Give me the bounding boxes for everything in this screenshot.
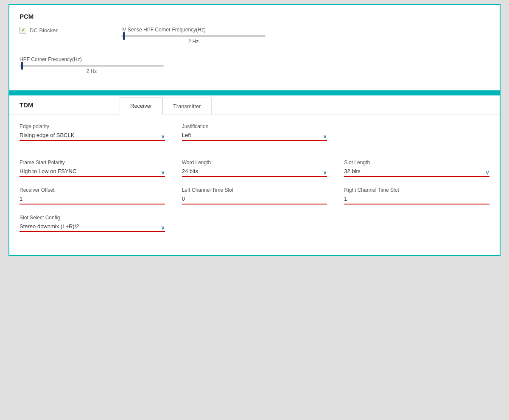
slot-select-config-arrow-icon: ∨ [161,224,165,231]
form-row-2: Frame Start Polarity High to Low on FSYN… [20,160,489,177]
receiver-offset-group: Receiver Offset 1 [20,187,165,204]
left-channel-time-slot-value: 0 [182,196,185,202]
pcm-section: PCM ✓ DC Blocker IV Sense HPF Corner Fre… [9,5,500,90]
frame-start-polarity-value: High to Low on FSYNC [20,168,85,174]
hpf-label: HPF Corner Frequency(Hz) [20,56,489,62]
app-container: PCM ✓ DC Blocker IV Sense HPF Corner Fre… [8,4,501,256]
iv-sense-thumb [123,32,125,40]
slot-length-arrow-icon: ∨ [485,169,489,176]
left-channel-time-slot-label: Left Channel Time Slot [182,187,327,193]
receiver-offset-value: 1 [20,196,22,202]
tdm-tabs: Receiver Transmitter [120,95,212,115]
slot-select-config-label: Slot Select Config [20,215,165,221]
justification-select[interactable]: Left ∨ [182,132,327,141]
frame-start-polarity-group: Frame Start Polarity High to Low on FSYN… [20,160,165,177]
frame-start-polarity-label: Frame Start Polarity [20,160,165,165]
edge-polarity-group: Edge polarity Rising edge of SBCLK ∨ [20,123,165,141]
iv-sense-value: 2 Hz [121,39,266,45]
slot-length-value: 32 bits [344,168,369,174]
placeholder-group-4b [182,215,327,232]
hpf-slider-group: HPF Corner Frequency(Hz) 2 Hz [20,56,489,74]
word-length-group: Word Length 24 bits ∨ [182,160,327,177]
spacer-1 [20,151,489,160]
tab-receiver[interactable]: Receiver [120,97,162,115]
left-channel-time-slot-group: Left Channel Time Slot 0 [182,187,327,204]
edge-polarity-label: Edge polarity [20,123,165,129]
hpf-thumb [21,62,23,70]
hpf-slider[interactable] [20,65,164,67]
dc-blocker-group: ✓ DC Blocker [20,27,96,34]
pcm-main-row: ✓ DC Blocker IV Sense HPF Corner Frequen… [20,27,489,48]
tdm-content: Edge polarity Rising edge of SBCLK ∨ Jus… [9,123,500,232]
edge-polarity-select[interactable]: Rising edge of SBCLK ∨ [20,132,165,141]
justification-label: Justification [182,123,327,129]
edge-polarity-arrow-icon: ∨ [161,133,165,140]
slot-length-label: Slot Length [344,160,489,165]
pcm-title: PCM [20,13,489,20]
dc-blocker-label: DC Blocker [30,27,58,34]
right-channel-time-slot-value: 1 [344,196,347,202]
tab-transmitter[interactable]: Transmitter [162,98,211,115]
left-channel-time-slot-input[interactable]: 0 [182,196,327,204]
word-length-label: Word Length [182,160,327,165]
tdm-section: TDM Receiver Transmitter Edge polarity R… [9,95,500,255]
tdm-title: TDM [9,95,120,115]
slot-select-config-select[interactable]: Stereo downmix (L+R)/2 ∨ [20,223,165,232]
right-channel-time-slot-input[interactable]: 1 [344,196,489,204]
slot-select-config-group: Slot Select Config Stereo downmix (L+R)/… [20,215,165,232]
justification-group: Justification Left ∨ [182,123,327,141]
iv-sense-slider-group: IV Sense HPF Corner Frequency(Hz) 2 Hz [121,27,489,45]
slot-length-select[interactable]: 32 bits ∨ [344,168,489,177]
right-channel-time-slot-group: Right Channel Time Slot 1 [344,187,489,204]
section-divider [9,90,500,95]
slot-length-group: Slot Length 32 bits ∨ [344,160,489,177]
dc-blocker-checkbox-wrapper[interactable]: ✓ DC Blocker [20,27,58,34]
placeholder-group-1 [344,123,489,141]
slot-select-config-value: Stereo downmix (L+R)/2 [20,223,88,230]
word-length-value: 24 bits [182,168,207,174]
iv-sense-label: IV Sense HPF Corner Frequency(Hz) [121,27,489,33]
tdm-header: TDM Receiver Transmitter [9,95,500,115]
checkbox-checkmark: ✓ [21,28,25,33]
form-row-1: Edge polarity Rising edge of SBCLK ∨ Jus… [20,123,489,141]
word-length-select[interactable]: 24 bits ∨ [182,168,327,177]
hpf-value: 2 Hz [20,68,164,74]
frame-start-polarity-arrow-icon: ∨ [161,169,165,176]
receiver-offset-label: Receiver Offset [20,187,165,193]
justification-value: Left [182,132,200,138]
receiver-offset-input[interactable]: 1 [20,196,165,204]
placeholder-group-4c [344,215,489,232]
dc-blocker-checkbox[interactable]: ✓ [20,27,26,34]
form-row-4: Slot Select Config Stereo downmix (L+R)/… [20,215,489,232]
right-channel-time-slot-label: Right Channel Time Slot [344,187,489,193]
form-row-3: Receiver Offset 1 Left Channel Time Slot… [20,187,489,204]
frame-start-polarity-select[interactable]: High to Low on FSYNC ∨ [20,168,165,177]
iv-sense-slider[interactable] [121,35,266,37]
iv-sense-group: IV Sense HPF Corner Frequency(Hz) 2 Hz [121,27,489,48]
word-length-arrow-icon: ∨ [323,169,327,176]
edge-polarity-value: Rising edge of SBCLK [20,132,83,138]
justification-arrow-icon: ∨ [323,133,327,140]
hpf-section: HPF Corner Frequency(Hz) 2 Hz [20,56,489,74]
